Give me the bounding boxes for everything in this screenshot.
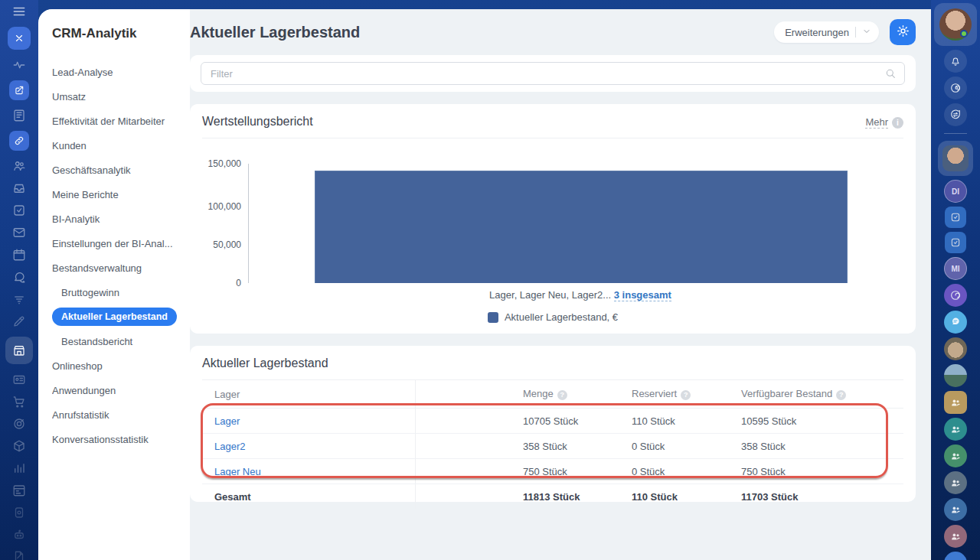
menu-item-einstellungen-bi[interactable]: Einstellungen der BI-Anal... [52, 231, 178, 256]
workspace-di[interactable]: DI [944, 180, 967, 203]
table-header-row: Lager Menge? Reserviert? Verfügbarer Bes… [202, 380, 903, 409]
mail-icon[interactable] [12, 226, 26, 239]
table-total-row: Gesamt 11813 Stück 110 Stück 11703 Stück [202, 484, 903, 509]
y-axis-tick: 150,000 [208, 158, 241, 169]
tasks-check-icon[interactable] [945, 207, 966, 228]
menu-item-umsatz[interactable]: Umsatz [52, 84, 178, 109]
schedule-icon[interactable] [12, 483, 26, 497]
chart-bar[interactable] [315, 171, 848, 283]
menu-item-onlineshop[interactable]: Onlineshop [52, 353, 178, 378]
gear-icon [896, 24, 910, 41]
help-icon[interactable]: ? [557, 390, 567, 400]
filter-input[interactable] [201, 62, 905, 85]
workspace-mi[interactable]: MI [944, 257, 967, 280]
more-link[interactable]: Mehr [865, 116, 888, 129]
categories-total-link[interactable]: 3 insgesamt [614, 289, 671, 301]
tasks-check-icon[interactable] [945, 232, 966, 253]
y-axis-tick: 100,000 [208, 201, 241, 212]
inbox-icon[interactable] [12, 181, 26, 195]
crm-analytics-panel: CRM-Analytik Lead-Analyse Umsatz Effekti… [38, 9, 931, 560]
sign-icon[interactable] [12, 314, 26, 328]
goal-icon[interactable] [12, 417, 26, 431]
column-header-verfuegbar[interactable]: Verfügbarer Bestand? [741, 388, 903, 400]
store-icon-active[interactable] [5, 337, 33, 364]
chat-history-icon[interactable] [944, 103, 967, 126]
close-panel-button[interactable] [8, 27, 31, 50]
menu-item-lead-analyse[interactable]: Lead-Analyse [52, 60, 178, 84]
chat-icon[interactable] [12, 270, 26, 284]
extensions-button[interactable]: Erweiterungen [774, 21, 879, 43]
product-icon[interactable] [12, 439, 26, 453]
help-icon[interactable]: ? [836, 390, 846, 400]
divider [855, 27, 856, 37]
link-icon[interactable] [9, 131, 29, 151]
pulse-icon[interactable] [12, 58, 26, 72]
total-reserviert: 110 Stück [632, 491, 741, 503]
document-icon[interactable] [12, 550, 26, 560]
group-icon[interactable] [944, 471, 967, 494]
group-icon[interactable] [944, 418, 967, 441]
helpdesk-spiral-icon[interactable] [944, 77, 967, 99]
warehouse-link[interactable]: Lager [214, 415, 240, 427]
contact-card-icon[interactable] [12, 373, 26, 386]
group-icon[interactable] [944, 525, 967, 548]
community-icon[interactable] [12, 159, 26, 173]
menu-item-anwendungen[interactable]: Anwendungen [52, 378, 178, 402]
group-icon[interactable] [944, 498, 967, 521]
y-axis-tick: 50,000 [213, 239, 241, 250]
info-icon[interactable]: i [892, 117, 903, 129]
menu-item-kunden[interactable]: Kunden [52, 133, 178, 158]
group-icon[interactable] [944, 391, 967, 414]
cell-reserviert: 110 Stück [632, 415, 741, 427]
bar-chart-plot: 150,000 100,000 50,000 0 [248, 164, 903, 283]
user-avatar[interactable] [934, 3, 977, 46]
menu-item-bestandsbericht[interactable]: Bestandsbericht [52, 329, 178, 353]
menu-item-bestandsverwaltung[interactable]: Bestandsverwaltung [52, 256, 178, 280]
chat-photo[interactable] [944, 337, 967, 360]
x-axis-caption: Lager, Lager Neu, Lager2... 3 insgesamt [314, 289, 847, 301]
avatar [939, 8, 972, 41]
total-menge: 11813 Stück [416, 491, 632, 503]
left-icon-rail [0, 0, 38, 560]
external-link-icon[interactable] [9, 80, 29, 100]
menu-item-anrufstatistik[interactable]: Anrufstatistik [52, 402, 178, 427]
column-header-lager[interactable]: Lager [202, 380, 416, 408]
user-photo[interactable] [938, 141, 973, 176]
messenger-icon[interactable] [944, 311, 967, 334]
menu-icon[interactable] [12, 5, 26, 18]
filter-card [190, 55, 916, 92]
search-icon[interactable] [884, 67, 897, 80]
help-icon[interactable]: ? [681, 390, 691, 400]
column-header-reserviert[interactable]: Reserviert? [632, 388, 741, 400]
menu-item-effektivitaet[interactable]: Effektivität der Mitarbeiter [52, 109, 178, 133]
broadcast-icon[interactable] [12, 292, 26, 306]
cell-reserviert: 0 Stück [632, 466, 741, 477]
tasks-icon[interactable] [12, 203, 26, 217]
calendar-icon[interactable] [12, 248, 26, 262]
menu-item-aktueller-lagerbestand-active[interactable]: Aktueller Lagerbestand [52, 304, 178, 329]
chart-legend: Aktueller Lagerbestand, € [202, 311, 903, 323]
group-icon[interactable] [944, 444, 967, 467]
menu-item-konversationsstatistik[interactable]: Konversationsstatistik [52, 427, 178, 451]
news-icon[interactable] [12, 109, 26, 122]
chart-card-title: Wertstellungsbericht [202, 115, 313, 129]
cart-icon[interactable] [12, 395, 26, 409]
gear-button[interactable] [890, 19, 916, 45]
device-icon[interactable] [12, 506, 26, 519]
menu-item-bruttogewinn[interactable]: Bruttogewinn [52, 280, 178, 304]
menu-item-meine-berichte[interactable]: Meine Berichte [52, 182, 178, 207]
warehouse-link[interactable]: Lager Neu [214, 466, 261, 477]
inventory-table: Lager Menge? Reserviert? Verfügbarer Bes… [202, 380, 903, 509]
column-header-menge[interactable]: Menge? [416, 388, 632, 400]
menu-item-bi-analytik[interactable]: BI-Analytik [52, 207, 178, 231]
stats-icon[interactable] [12, 461, 26, 475]
spiral-purple-icon[interactable] [944, 284, 967, 307]
notifications-bell-icon[interactable] [944, 50, 967, 73]
warehouse-link[interactable]: Lager2 [214, 441, 245, 452]
cell-verfuegbar: 750 Stück [741, 466, 903, 477]
cell-verfuegbar: 358 Stück [741, 441, 903, 452]
assistant-icon[interactable] [12, 528, 26, 542]
chat-photo[interactable] [944, 364, 967, 387]
unread-counter-badge[interactable]: 24 [944, 552, 967, 560]
menu-item-geschaeftsanalytik[interactable]: Geschäftsanalytik [52, 158, 178, 182]
